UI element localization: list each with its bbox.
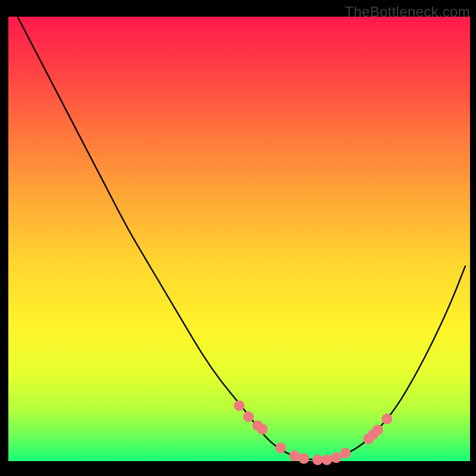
marker-dot [331, 452, 342, 463]
marker-dot [381, 414, 392, 424]
marker-dot [321, 455, 332, 465]
marker-dot [243, 411, 254, 422]
marker-dot [340, 448, 350, 459]
marker-dot [257, 424, 268, 434]
bottleneck-chart [0, 0, 476, 476]
marker-dot [275, 443, 286, 453]
marker-dot [289, 450, 300, 461]
marker-dot [372, 425, 383, 436]
marker-dot [312, 455, 323, 465]
plot-background [8, 17, 470, 461]
watermark: TheBottleneck.com [345, 4, 470, 20]
marker-dot [234, 400, 245, 411]
marker-dot [299, 453, 309, 464]
